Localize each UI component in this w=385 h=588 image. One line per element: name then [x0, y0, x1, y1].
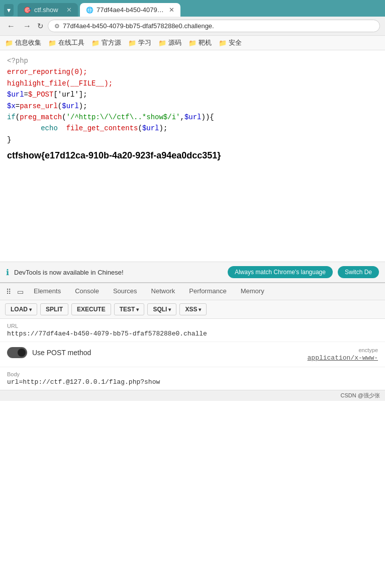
devtools-notice-bar: ℹ DevTools is now available in Chinese! …: [0, 262, 385, 282]
enctype-section: enctype application/x-www-: [308, 347, 378, 362]
bookmark-zaixian[interactable]: 📁 在线工具: [48, 38, 84, 47]
code-line-3: highlight_file(__FILE__);: [7, 78, 378, 89]
body-value[interactable]: url=http://ctf.@127.0.0.1/flag.php?show: [7, 378, 378, 386]
status-text: CSDN @强少张: [341, 392, 380, 398]
url-label: URL: [7, 323, 378, 329]
tab1-close[interactable]: ✕: [66, 6, 72, 14]
sqli-arrow: ▾: [168, 307, 171, 312]
code-line-6: if(preg_match('/^http:\/\/ctf\..*show$/i…: [7, 112, 378, 123]
code-line-4: $url=$_POST['url'];: [7, 89, 378, 100]
folder-icon-5: 📁: [158, 39, 166, 47]
code-line-7: echo file_get_contents($url);: [7, 123, 378, 134]
flag-text: ctfshow{e17d12ca-910b-4a20-923f-a94ea0dc…: [7, 148, 378, 163]
folder-icon-7: 📁: [219, 39, 227, 47]
tab1-label: ctf.show: [34, 6, 63, 14]
bookmark-label-5: 源码: [168, 38, 181, 47]
tab2-close[interactable]: ✕: [169, 6, 174, 14]
page-content: <?php error_reporting(0); highlight_file…: [0, 50, 385, 262]
tab-bar: ▾ 🎯 ctf.show ✕ 🌐 77df4ae4-b450-4079-bb75…: [4, 3, 381, 17]
post-toggle[interactable]: [7, 347, 27, 358]
code-line-5: $x=parse_url($url);: [7, 101, 378, 112]
tab-dropdown[interactable]: ▾: [4, 4, 14, 16]
switch-devtools-button[interactable]: Switch De: [338, 266, 379, 278]
address-input[interactable]: ⚙ 77df4ae4-b450-4079-bb75-dfaf578288e0.c…: [48, 20, 380, 32]
toggle-knob: [18, 349, 26, 357]
tab-console[interactable]: Console: [68, 283, 106, 300]
secure-icon: ⚙: [54, 23, 60, 30]
always-match-button[interactable]: Always match Chrome's language: [228, 266, 333, 278]
devtools-panel: ⠿ ▭ Elements Console Sources Network Per…: [0, 282, 385, 390]
load-button[interactable]: LOAD ▾: [5, 303, 37, 315]
bookmark-label-6: 靶机: [199, 38, 212, 47]
bookmark-label-7: 安全: [229, 38, 242, 47]
refresh-button[interactable]: ↻: [37, 22, 44, 31]
test-button[interactable]: TEST ▾: [114, 303, 145, 315]
tab-elements[interactable]: Elements: [27, 283, 68, 300]
folder-icon-2: 📁: [48, 39, 56, 47]
address-text: 77df4ae4-b450-4079-bb75-dfaf578288e0.cha…: [63, 22, 214, 30]
sqli-button[interactable]: SQLI ▾: [147, 303, 176, 315]
folder-icon-1: 📁: [5, 39, 13, 47]
tab-memory[interactable]: Memory: [234, 283, 271, 300]
load-arrow: ▾: [29, 307, 32, 312]
toggle-label: Use POST method: [32, 349, 91, 357]
split-button[interactable]: SPLIT: [40, 303, 68, 315]
tab-sources[interactable]: Sources: [106, 283, 144, 300]
post-toggle-area: Use POST method: [7, 347, 308, 358]
bookmark-anquan[interactable]: 📁 安全: [219, 38, 242, 47]
info-icon: ℹ: [6, 268, 9, 277]
bookmark-label-2: 在线工具: [58, 38, 84, 47]
toggle-track: [7, 347, 27, 358]
tab2-icon: 🌐: [86, 7, 93, 14]
devtools-grid-icon[interactable]: ⠿: [3, 284, 14, 300]
bookmark-label-4: 学习: [138, 38, 151, 47]
code-line-8: }: [7, 134, 378, 145]
address-bar: ← → ↻ ⚙ 77df4ae4-b450-4079-bb75-dfaf5782…: [0, 17, 385, 36]
bookmark-label-3: 官方源: [102, 38, 121, 47]
folder-icon-3: 📁: [91, 39, 100, 47]
back-button[interactable]: ←: [5, 21, 17, 32]
enctype-label: enctype: [308, 347, 378, 353]
code-line-2: error_reporting(0);: [7, 66, 378, 77]
hackbar-post-section: Use POST method enctype application/x-ww…: [0, 342, 385, 367]
devtools-device-icon[interactable]: ▭: [14, 284, 27, 300]
tab-network[interactable]: Network: [144, 283, 182, 300]
hackbar-toolbar: LOAD ▾ SPLIT EXECUTE TEST ▾ SQLI ▾ XSS ▾: [0, 300, 385, 319]
bookmark-baji[interactable]: 📁 靶机: [188, 38, 212, 47]
hackbar-url-value[interactable]: https://77df4ae4-b450-4079-bb75-dfaf5782…: [7, 330, 378, 338]
xss-button[interactable]: XSS ▾: [179, 303, 207, 315]
body-label: Body: [7, 371, 378, 377]
bookmark-xinxi[interactable]: 📁 信息收集: [5, 38, 41, 47]
folder-icon-4: 📁: [128, 39, 136, 47]
bookmark-guanfang[interactable]: 📁 官方源: [91, 38, 121, 47]
xss-arrow: ▾: [199, 307, 201, 312]
folder-icon-6: 📁: [188, 39, 197, 47]
status-bar: CSDN @强少张: [0, 390, 385, 401]
tab-ctfshow[interactable]: 🎯 ctf.show ✕: [18, 3, 78, 17]
bookmark-xuexi[interactable]: 📁 学习: [128, 38, 151, 47]
enctype-value[interactable]: application/x-www-: [308, 354, 378, 362]
bookmark-label-1: 信息收集: [15, 38, 41, 47]
code-line-1: <?php: [7, 55, 378, 66]
notice-text: DevTools is now available in Chinese!: [14, 269, 223, 276]
bookmarks-bar: 📁 信息收集 📁 在线工具 📁 官方源 📁 学习 📁 源码 📁 靶机 📁 安全: [0, 36, 385, 50]
execute-button[interactable]: EXECUTE: [71, 303, 111, 315]
bookmark-yuanma[interactable]: 📁 源码: [158, 38, 181, 47]
browser-chrome: ▾ 🎯 ctf.show ✕ 🌐 77df4ae4-b450-4079-bb75…: [0, 0, 385, 17]
test-arrow: ▾: [136, 307, 139, 312]
tab2-label: 77df4ae4-b450-4079-bb75-d: [97, 6, 166, 14]
forward-button[interactable]: →: [21, 21, 33, 32]
tab1-icon: 🎯: [24, 7, 31, 14]
devtools-tab-bar: ⠿ ▭ Elements Console Sources Network Per…: [0, 283, 385, 300]
tab-challenge[interactable]: 🌐 77df4ae4-b450-4079-bb75-d ✕: [80, 3, 180, 17]
hackbar-url-section: URL https://77df4ae4-b450-4079-bb75-dfaf…: [0, 319, 385, 342]
tab-performance[interactable]: Performance: [182, 283, 233, 300]
hackbar-body-section: Body url=http://ctf.@127.0.0.1/flag.php?…: [0, 367, 385, 390]
